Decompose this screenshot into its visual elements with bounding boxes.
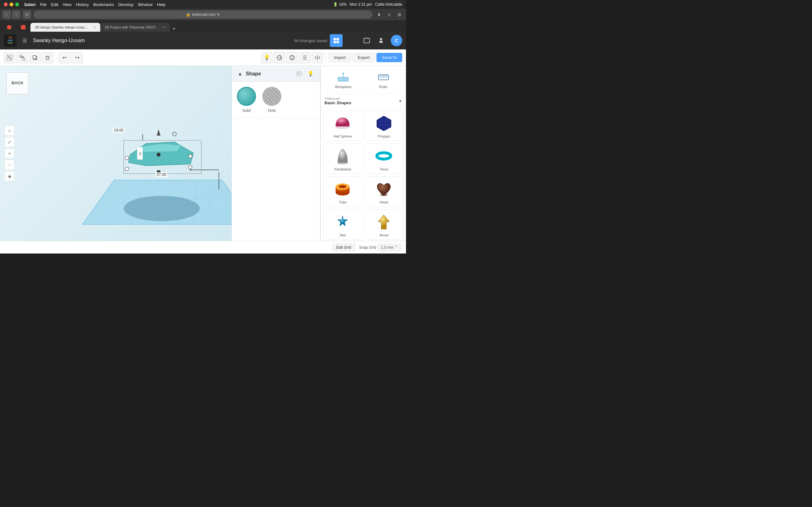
svg-point-72 <box>380 193 388 196</box>
close-button[interactable] <box>4 3 8 6</box>
shape-card-polygon[interactable]: Polygon <box>365 111 404 141</box>
shape-card-tube[interactable]: Tube <box>323 176 362 207</box>
shape-card-torus[interactable]: Torus <box>365 144 404 174</box>
menu-window[interactable]: Window <box>138 2 153 7</box>
panel-collapse-button[interactable]: ❯ <box>137 147 143 160</box>
svg-point-17 <box>291 55 293 60</box>
ungroup-button[interactable] <box>16 52 28 63</box>
svg-rect-36 <box>125 156 129 159</box>
shape-panel-collapse[interactable]: ▲ <box>237 71 243 77</box>
snap-grid-stepper[interactable]: ⌃ <box>395 245 398 250</box>
tab-google[interactable] <box>3 23 16 32</box>
undo-button[interactable]: ↩ <box>59 52 70 63</box>
sidebar-toggle[interactable]: ⊡ <box>23 10 31 19</box>
build-view-button[interactable] <box>345 34 358 47</box>
home-view-button[interactable]: ⌂ <box>4 125 14 135</box>
battery-indicator: 🔋 16% <box>333 2 346 7</box>
tab-tinkercad-label: 3D design Swanky Hango-Uusam | Tinkercad <box>35 25 91 29</box>
minimize-button[interactable] <box>9 3 13 6</box>
tc-menu-button[interactable]: ☰ <box>20 36 29 45</box>
arrow-preview <box>374 212 394 231</box>
back-button[interactable]: ‹ <box>3 10 11 19</box>
edit-grid-button[interactable]: Edit Grid <box>332 244 355 251</box>
tab-close-3dproject[interactable]: ✕ <box>163 26 165 29</box>
view-controls: ⌂ ⤢ + − ◈ <box>4 125 14 181</box>
svg-rect-0 <box>334 38 336 40</box>
menubar-right: 🔋 16% Mon 2:31 pm Callie Kirkcaldie <box>333 2 402 7</box>
mirror-button[interactable] <box>312 52 323 63</box>
zoom-in-button[interactable]: + <box>4 148 14 158</box>
shape-card-star[interactable]: Star <box>323 210 362 240</box>
shape-card-heart[interactable]: Heart <box>365 176 404 207</box>
duplicate-button[interactable] <box>29 52 41 63</box>
menu-help[interactable]: Help <box>157 2 165 7</box>
user-name: Callie Kirkcaldie <box>375 2 402 7</box>
library-selector[interactable]: Tinkercad Basic Shapes ▼ <box>321 94 406 108</box>
view-cube[interactable]: BACK <box>6 72 29 95</box>
shape-light-icon[interactable]: 💡 <box>306 69 315 78</box>
group-button[interactable] <box>4 52 15 63</box>
reload-icon[interactable]: ↻ <box>217 12 220 17</box>
shape-card-arrow[interactable]: Arrow <box>365 210 404 240</box>
hole-option[interactable]: Hole <box>262 87 281 113</box>
tinkercad-logo[interactable]: TIN KER CAD <box>4 34 16 47</box>
shape-card-half-sphere[interactable]: Half Sphere <box>323 111 362 141</box>
svg-rect-10 <box>22 58 25 60</box>
library-selector-name: Basic Shapes <box>324 101 397 105</box>
share-button[interactable]: ⎋ <box>385 10 393 19</box>
delete-button[interactable] <box>42 52 53 63</box>
snap-grid-input[interactable]: 1.0 mm ⌃ <box>378 244 401 251</box>
solid-label: Solid <box>242 108 251 113</box>
menu-history[interactable]: History <box>76 2 89 7</box>
fit-view-button[interactable]: ⤢ <box>4 137 14 147</box>
user-profile[interactable]: C <box>391 35 402 46</box>
svg-point-71 <box>339 185 346 188</box>
library-tools: Workplane Ruler <box>321 66 406 94</box>
menu-safari[interactable]: Safari <box>24 2 36 7</box>
tc-viewport[interactable]: BACK ⌂ ⤢ + − ◈ <box>0 66 232 241</box>
tube-label: Tube <box>339 200 347 204</box>
ruler-tool[interactable]: Ruler <box>365 68 403 91</box>
tab-tinkercad[interactable]: 3D design Swanky Hango-Uusam | Tinkercad… <box>31 23 100 32</box>
tabs-button[interactable]: ⧉ <box>395 10 403 19</box>
address-bar[interactable]: 🔒 tinkercad.com ↻ <box>34 10 372 19</box>
perspective-button[interactable]: ◈ <box>4 171 14 181</box>
menu-bookmarks[interactable]: Bookmarks <box>93 2 114 7</box>
shape-material-icon[interactable] <box>295 69 304 78</box>
arrow-label: Arrow <box>379 233 389 237</box>
workplane-tool[interactable]: Workplane <box>324 68 362 91</box>
user-add-button[interactable] <box>375 34 388 47</box>
forward-button[interactable]: › <box>12 10 20 19</box>
align-button[interactable] <box>299 52 310 63</box>
download-button[interactable]: ⬇ <box>375 10 383 19</box>
menu-develop[interactable]: Develop <box>118 2 134 7</box>
sim-view-button[interactable] <box>360 34 373 47</box>
library-dropdown-arrow[interactable]: ▼ <box>398 99 402 103</box>
traffic-lights[interactable] <box>4 3 19 6</box>
fullscreen-button[interactable] <box>15 3 19 6</box>
svg-rect-41 <box>189 166 192 169</box>
menu-file[interactable]: File <box>40 2 47 7</box>
export-button[interactable]: Export <box>352 53 375 62</box>
menu-view[interactable]: View <box>63 2 72 7</box>
wire-mode-button[interactable] <box>287 52 298 63</box>
tab-close-tinkercad[interactable]: ✕ <box>93 26 96 29</box>
redo-button[interactable]: ↪ <box>71 52 83 63</box>
svg-rect-7 <box>8 56 10 58</box>
star-label: Star <box>339 233 346 237</box>
light-mode-button[interactable]: 💡 <box>261 52 272 63</box>
paraboloid-preview <box>333 147 352 165</box>
new-tab-button[interactable]: + <box>170 26 178 32</box>
solid-mode-button[interactable] <box>274 52 285 63</box>
import-button[interactable]: Import <box>328 53 351 62</box>
shape-card-paraboloid[interactable]: Paraboloid <box>323 144 362 174</box>
menu-edit[interactable]: Edit <box>51 2 58 7</box>
grid-view-button[interactable] <box>330 34 343 47</box>
solid-option[interactable]: Solid <box>237 87 256 113</box>
zoom-out-button[interactable]: − <box>4 160 14 170</box>
solid-swatch <box>237 87 256 106</box>
send-to-button[interactable]: Send To <box>376 53 402 62</box>
tab-3dproject[interactable]: 3D Project with Tinkercad: DIGITAL TECHN… <box>100 23 170 32</box>
tab-youtube[interactable] <box>16 23 30 32</box>
svg-rect-11 <box>21 56 22 58</box>
